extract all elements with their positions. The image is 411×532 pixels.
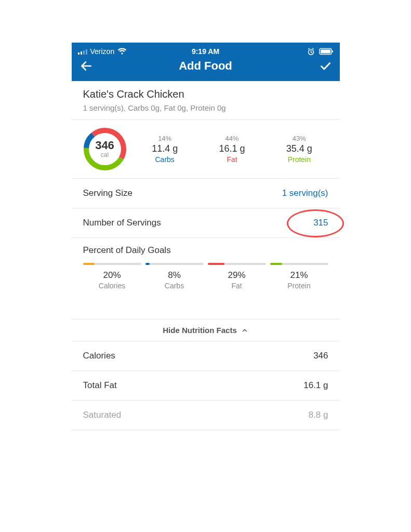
macro-carbs: 14% 11.4 g Carbs (136, 135, 194, 164)
app-screen: Verizon 9:19 AM Add Food (72, 43, 340, 430)
daily-goals-header: Percent of Daily Goals (83, 245, 328, 256)
page-title: Add Food (78, 59, 334, 73)
daily-goals-section: Percent of Daily Goals 20%Calories8%Carb… (72, 238, 340, 297)
fact-value: 346 (313, 351, 328, 361)
goal-bar-fill (208, 263, 224, 265)
fact-row: Saturated8.8 g (72, 401, 340, 430)
macro-summary: 346 cal 14% 11.4 g Carbs 44% 16.1 g Fat … (72, 120, 340, 179)
goal-col-protein: 21%Protein (270, 263, 328, 290)
carrier-label: Verizon (90, 47, 115, 56)
fact-value: 16.1 g (303, 380, 328, 391)
macro-fat-name: Fat (203, 155, 261, 164)
goal-bar-fill (145, 263, 150, 265)
num-servings-label: Number of Servings (83, 218, 161, 228)
macro-protein-pct: 43% (270, 135, 328, 142)
macro-protein: 43% 35.4 g Protein (270, 135, 328, 164)
svg-rect-3 (332, 50, 333, 52)
nav-bar: Add Food (78, 57, 334, 75)
battery-icon (319, 48, 334, 55)
daily-goals-grid: 20%Calories8%Carbs29%Fat21%Protein (83, 263, 328, 290)
svg-rect-2 (321, 50, 330, 54)
calorie-label: cal (101, 151, 109, 158)
macro-carbs-pct: 14% (136, 135, 194, 142)
goal-pct: 29% (208, 270, 266, 281)
goal-col-calories: 20%Calories (83, 263, 141, 290)
check-icon (319, 59, 332, 73)
goal-name: Carbs (145, 282, 204, 290)
serving-size-label: Serving Size (83, 188, 132, 198)
macro-carbs-name: Carbs (136, 155, 194, 164)
fact-label: Calories (83, 351, 115, 361)
back-button[interactable] (78, 58, 95, 74)
fact-value: 8.8 g (309, 410, 328, 420)
toggle-nutrition-label: Hide Nutrition Facts (163, 326, 237, 335)
chevron-up-icon (241, 327, 248, 334)
food-subtitle: 1 serving(s), Carbs 0g, Fat 0g, Protein … (83, 103, 328, 112)
macro-protein-name: Protein (270, 155, 328, 164)
goal-bar-fill (83, 263, 95, 265)
macro-fat-pct: 44% (203, 135, 261, 142)
macro-fat-value: 16.1 g (203, 143, 261, 154)
goal-bar-fill (270, 263, 283, 265)
goal-pct: 21% (270, 270, 328, 281)
goal-col-carbs: 8%Carbs (145, 263, 204, 290)
goal-bar-track (83, 263, 141, 265)
num-servings-row[interactable]: Number of Servings 315 (72, 208, 340, 238)
fact-row: Calories346 (72, 341, 340, 371)
fact-label: Total Fat (83, 380, 117, 391)
alarm-icon (307, 48, 315, 56)
macro-protein-value: 35.4 g (270, 143, 328, 154)
macro-carbs-value: 11.4 g (136, 143, 194, 154)
goal-name: Protein (270, 282, 328, 290)
confirm-button[interactable] (317, 58, 334, 74)
calorie-value: 346 (95, 140, 114, 151)
food-header: Katie's Crack Chicken 1 serving(s), Carb… (72, 81, 340, 120)
fact-label: Saturated (83, 410, 122, 420)
signal-icon (78, 48, 87, 55)
goal-name: Fat (208, 282, 266, 290)
status-right (307, 48, 334, 56)
calorie-ring: 346 cal (83, 127, 127, 171)
arrow-left-icon (79, 59, 93, 73)
serving-size-row[interactable]: Serving Size 1 serving(s) (72, 179, 340, 208)
fact-row: Total Fat16.1 g (72, 371, 340, 401)
goal-bar-track (270, 263, 328, 265)
goal-bar-track (208, 263, 266, 265)
goal-bar-track (145, 263, 204, 265)
wifi-icon (117, 48, 127, 55)
num-servings-value: 315 (313, 218, 328, 228)
status-left: Verizon (78, 47, 127, 56)
status-bar: Verizon 9:19 AM (78, 46, 334, 57)
serving-size-value: 1 serving(s) (282, 188, 328, 198)
food-name: Katie's Crack Chicken (83, 88, 328, 100)
toggle-nutrition-facts[interactable]: Hide Nutrition Facts (72, 319, 340, 341)
goal-name: Calories (83, 282, 141, 290)
header: Verizon 9:19 AM Add Food (72, 43, 340, 81)
goal-pct: 8% (145, 270, 204, 281)
goal-pct: 20% (83, 270, 141, 281)
goal-col-fat: 29%Fat (208, 263, 266, 290)
macro-fat: 44% 16.1 g Fat (203, 135, 261, 164)
nutrition-facts-list: Calories346Total Fat16.1 gSaturated8.8 g (72, 341, 340, 430)
